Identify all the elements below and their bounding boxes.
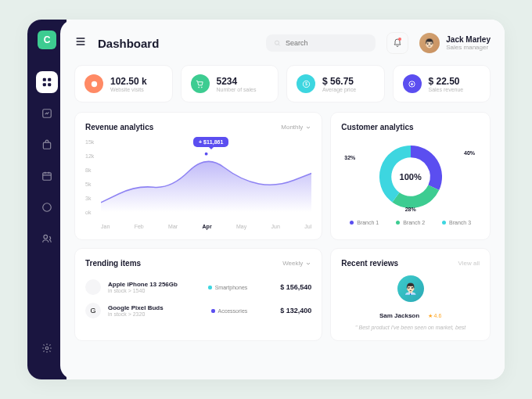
nav-messages[interactable] <box>36 196 58 218</box>
stat-icon <box>403 74 422 93</box>
trending-filter[interactable]: Weekly <box>282 260 311 267</box>
chart-tooltip: + $11,861 <box>193 137 228 147</box>
reviews-title: Recent reviews <box>341 259 398 268</box>
search-icon <box>274 39 281 47</box>
reviews-card: Recent reviews View all 👨🏻‍💼 Sam Jackson… <box>330 248 491 341</box>
chat-icon <box>41 202 52 213</box>
product-name: Google Pixel Buds <box>108 304 164 311</box>
svg-point-12 <box>93 83 95 85</box>
stat-label: Average price <box>322 87 356 92</box>
user-menu[interactable]: 👨🏻 Jack Marley Sales manager <box>419 33 491 53</box>
stat-icon: $ <box>297 74 315 93</box>
donut-label-1: 32% <box>344 155 355 160</box>
svg-rect-1 <box>48 78 51 81</box>
main-content: Dashboard 👨🏻 Jack Marley Sales manager 1… <box>60 20 505 379</box>
svg-point-7 <box>43 203 52 212</box>
hamburger-icon <box>74 35 87 48</box>
user-role: Sales manager <box>446 44 491 51</box>
svg-rect-6 <box>43 173 52 180</box>
app-shell: C Dashboard 👨🏻 Jack <box>27 20 505 379</box>
product-price: $ 132,400 <box>268 307 311 315</box>
stat-value: 102.50 k <box>110 76 147 87</box>
grid-icon <box>41 77 52 88</box>
product-icon: G <box>85 303 101 318</box>
page-title: Dashboard <box>98 37 159 50</box>
stat-card-1: 5234Number of sales <box>181 65 279 102</box>
calendar-icon <box>41 171 52 182</box>
trending-row-0[interactable]: Apple iPhone 13 256Gbin stock > 1540Smar… <box>85 275 311 299</box>
svg-rect-5 <box>43 142 50 149</box>
revenue-filter[interactable]: Monthly <box>281 124 311 131</box>
svg-point-17 <box>204 152 209 156</box>
search-box[interactable] <box>266 34 376 52</box>
stat-label: Number of sales <box>217 87 257 92</box>
legend-item: Branch 2 <box>396 220 425 225</box>
product-stock: in stock > 2320 <box>108 311 164 317</box>
product-category: Smartphones <box>208 285 248 290</box>
nav-users[interactable] <box>36 228 58 250</box>
menu-toggle[interactable] <box>74 35 87 51</box>
stat-card-2: $$ 56.75Average price <box>286 65 385 102</box>
stat-value: $ 22.50 <box>429 76 464 87</box>
customers-title: Customer analytics <box>341 123 413 131</box>
stat-card-0: 102.50 kWebsite visits <box>74 65 173 102</box>
svg-point-10 <box>275 41 279 45</box>
svg-rect-3 <box>48 83 51 86</box>
chevron-down-icon <box>305 124 311 131</box>
gear-icon <box>41 343 52 354</box>
stat-value: $ 56.75 <box>322 76 356 87</box>
page-header: Dashboard 👨🏻 Jack Marley Sales manager <box>74 32 491 54</box>
donut-label-2: 28% <box>405 207 416 212</box>
customers-card: Customer analytics 100% 32% 40% 28% Bran… <box>330 112 491 240</box>
reviewer-name: Sam Jackson <box>379 312 419 319</box>
revenue-chart: 15k12k8k5k3kok JanFebMarAprMayJunJul + $… <box>85 139 311 229</box>
product-stock: in stock > 1540 <box>108 288 178 293</box>
stat-icon <box>84 74 103 93</box>
product-icon <box>85 279 101 295</box>
chart-icon <box>41 108 52 119</box>
svg-text:$: $ <box>304 81 307 86</box>
product-category: Accessories <box>211 308 248 314</box>
view-all-link[interactable]: View all <box>458 260 480 267</box>
user-avatar: 👨🏻 <box>419 33 440 53</box>
svg-point-9 <box>45 347 49 350</box>
review-text: " Best product I've been seen on market,… <box>341 325 480 330</box>
nav-analytics[interactable] <box>36 102 58 124</box>
notifications-button[interactable] <box>386 32 408 54</box>
product-name: Apple iPhone 13 256Gb <box>108 281 178 288</box>
stat-value: 5234 <box>217 76 257 87</box>
stat-label: Sales revenue <box>429 87 464 92</box>
app-logo[interactable]: C <box>38 31 56 49</box>
legend-item: Branch 1 <box>350 220 379 225</box>
donut-chart: 100% 32% 40% 28% <box>341 139 480 214</box>
donut-label-3: 40% <box>464 150 475 156</box>
stats-row: 102.50 kWebsite visits5234Number of sale… <box>74 65 491 102</box>
product-price: $ 156,540 <box>268 283 311 291</box>
svg-rect-0 <box>43 78 46 81</box>
reviewer-avatar: 👨🏻‍💼 <box>397 275 424 302</box>
stat-card-3: $ 22.50Sales revenue <box>393 65 491 102</box>
nav-dashboard[interactable] <box>36 71 58 93</box>
svg-point-16 <box>411 83 413 85</box>
search-input[interactable] <box>286 39 368 47</box>
donut-legend: Branch 1Branch 2Branch 3 <box>341 220 480 225</box>
svg-rect-2 <box>43 83 46 86</box>
user-name: Jack Marley <box>446 35 491 44</box>
svg-point-8 <box>44 235 48 239</box>
legend-item: Branch 3 <box>442 220 471 225</box>
trending-row-1[interactable]: GGoogle Pixel Budsin stock > 2320Accesso… <box>85 299 311 322</box>
bag-icon <box>41 139 52 150</box>
revenue-title: Revenue analytics <box>85 123 153 131</box>
nav-orders[interactable] <box>36 134 58 156</box>
donut-center-label: 100% <box>400 172 422 182</box>
nav-calendar[interactable] <box>36 165 58 187</box>
trending-card: Trending items Weekly Apple iPhone 13 25… <box>74 248 322 341</box>
revenue-card: Revenue analytics Monthly 15k12k8k5k3kok… <box>74 112 322 240</box>
review-rating: ★ 4.6 <box>428 313 442 319</box>
chevron-down-icon <box>305 261 311 267</box>
stat-icon <box>191 74 210 93</box>
stat-label: Website visits <box>110 87 147 92</box>
nav-settings[interactable] <box>36 337 58 359</box>
trending-title: Trending items <box>85 259 141 268</box>
users-icon <box>41 233 52 244</box>
